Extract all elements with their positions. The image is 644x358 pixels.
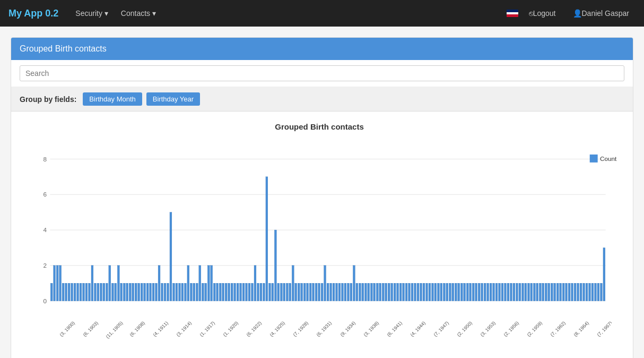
svg-rect-46 [170,212,172,301]
svg-rect-22 [100,283,102,301]
svg-rect-40 [152,283,154,301]
x-axis-label: (7, 1928) [292,320,310,338]
svg-rect-120 [385,283,387,301]
main-card: Grouped Birth contacts Group by fields: … [11,37,633,358]
svg-rect-170 [530,283,533,301]
search-input[interactable] [20,65,624,81]
svg-rect-90 [298,283,300,301]
x-axis-label: (1, 1920) [222,320,240,338]
svg-rect-39 [150,283,152,301]
x-axis-label: (9, 1934) [339,320,356,338]
x-axis-label: (3, 1938) [362,320,380,338]
x-axis-label: (2, 1956) [502,320,520,338]
svg-rect-143 [452,283,454,301]
x-axis-label: (1, 1917) [199,320,216,338]
svg-rect-128 [408,283,411,301]
svg-rect-191 [591,283,594,301]
svg-rect-78 [263,283,265,301]
svg-rect-127 [405,283,407,301]
svg-rect-171 [533,283,535,301]
svg-rect-145 [458,283,460,301]
birthday-year-button[interactable]: Birthday Year [146,92,200,106]
svg-rect-73 [248,283,250,301]
svg-rect-30 [123,283,125,301]
x-axis-label: (11, 1905) [105,320,124,339]
svg-rect-32 [129,283,131,301]
card-title: Grouped Birth contacts [20,44,107,53]
svg-rect-74 [251,283,254,301]
svg-rect-38 [146,283,149,301]
svg-rect-123 [394,283,396,301]
svg-rect-97 [318,283,320,301]
svg-text:4: 4 [43,226,47,233]
nav-right: ⎋ Logout 👤 Daniel Gaspar [507,0,636,27]
svg-rect-124 [397,283,399,301]
svg-rect-54 [193,283,195,301]
svg-rect-70 [240,283,242,301]
svg-rect-158 [495,283,498,301]
svg-rect-42 [158,266,160,301]
x-axis-label: (6, 1941) [386,320,403,338]
brand-logo[interactable]: My App 0.2 [8,8,58,19]
svg-rect-180 [560,283,562,301]
x-axis-label: (3, 1900) [59,320,76,338]
svg-rect-52 [187,266,189,301]
svg-rect-71 [242,283,245,301]
svg-rect-37 [144,283,146,301]
svg-rect-164 [513,283,515,301]
svg-rect-146 [460,283,463,301]
x-axis-labels: (3, 1900)(6, 1903)(11, 1905)(6, 1908)(4,… [51,320,612,352]
svg-rect-5 [50,283,53,301]
x-axis-label: (3, 1953) [479,320,497,338]
svg-text:Count: Count [600,155,617,162]
svg-rect-133 [423,283,425,301]
nav-contacts[interactable]: Contacts ▾ [115,0,162,27]
svg-rect-63 [219,283,221,301]
svg-rect-194 [600,283,602,301]
svg-rect-69 [237,283,239,301]
svg-rect-113 [364,283,367,301]
svg-rect-169 [527,283,529,301]
logout-button[interactable]: ⎋ Logout [523,0,562,27]
svg-rect-66 [228,283,230,301]
navbar: My App 0.2 Security ▾ Contacts ▾ ⎋ Logou… [0,0,644,27]
svg-rect-190 [589,283,591,301]
svg-rect-177 [551,283,553,301]
svg-rect-99 [324,266,326,301]
svg-rect-83 [277,283,280,301]
svg-rect-50 [181,283,184,301]
svg-rect-61 [213,283,215,301]
svg-rect-88 [292,266,294,301]
svg-rect-7 [56,266,58,301]
svg-rect-55 [196,283,198,301]
svg-rect-24 [106,283,108,301]
svg-rect-79 [266,177,268,301]
svg-rect-100 [327,283,329,301]
nav-security[interactable]: Security ▾ [69,0,114,27]
svg-rect-187 [580,283,582,301]
svg-rect-168 [525,283,527,301]
svg-rect-77 [260,283,262,301]
svg-rect-64 [222,283,224,301]
x-axis-label: (6, 1903) [82,320,100,338]
x-axis-label: (2, 1950) [456,320,473,338]
svg-rect-166 [519,283,521,301]
svg-rect-26 [111,283,114,301]
svg-rect-98 [321,283,323,301]
svg-rect-11 [68,283,70,301]
svg-rect-53 [190,283,192,301]
svg-rect-25 [109,266,111,301]
svg-rect-130 [414,283,416,301]
user-menu[interactable]: 👤 Daniel Gaspar [567,0,636,27]
svg-rect-33 [132,283,134,301]
svg-rect-162 [507,283,509,301]
svg-rect-6 [54,266,56,301]
svg-rect-95 [312,283,315,301]
svg-rect-134 [426,283,428,301]
svg-rect-72 [246,283,248,301]
svg-rect-43 [161,283,163,301]
svg-rect-112 [362,283,364,301]
search-row [11,60,633,87]
birthday-month-button[interactable]: Birthday Month [83,92,142,106]
svg-rect-47 [173,283,175,301]
